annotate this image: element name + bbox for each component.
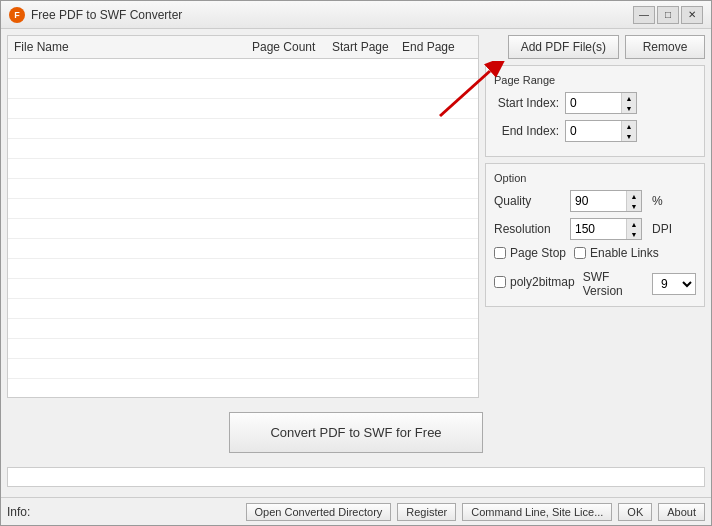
col-endpage: End Page (402, 40, 472, 54)
title-bar: F Free PDF to SWF Converter — □ ✕ (1, 1, 711, 29)
close-button[interactable]: ✕ (681, 6, 703, 24)
open-converted-dir-button[interactable]: Open Converted Directory (246, 503, 392, 521)
col-startpage: Start Page (332, 40, 402, 54)
table-row (8, 119, 478, 139)
enable-links-checkbox[interactable] (574, 247, 586, 259)
table-row (8, 59, 478, 79)
quality-input[interactable] (571, 192, 626, 210)
end-index-spinbox: ▲ ▼ (565, 120, 637, 142)
table-row (8, 279, 478, 299)
table-row (8, 359, 478, 379)
right-panel: Add PDF File(s) Remove Page Range (485, 35, 705, 398)
resolution-up[interactable]: ▲ (627, 219, 641, 229)
table-row (8, 199, 478, 219)
right-panel-buttons: Add PDF File(s) Remove (485, 35, 705, 59)
table-row (8, 179, 478, 199)
main-area: File Name Page Count Start Page End Page (7, 35, 705, 398)
table-row (8, 139, 478, 159)
about-button[interactable]: About (658, 503, 705, 521)
enable-links-row: Enable Links (574, 246, 659, 260)
file-list-panel: File Name Page Count Start Page End Page (7, 35, 479, 398)
title-bar-left: F Free PDF to SWF Converter (9, 7, 182, 23)
table-row (8, 99, 478, 119)
remove-button[interactable]: Remove (625, 35, 705, 59)
table-row (8, 159, 478, 179)
resolution-row: Resolution ▲ ▼ DPI (494, 218, 696, 240)
table-row (8, 319, 478, 339)
poly2bitmap-row: poly2bitmap (494, 275, 575, 289)
add-pdf-button[interactable]: Add PDF File(s) (508, 35, 619, 59)
page-stop-row: Page Stop (494, 246, 566, 260)
enable-links-label: Enable Links (590, 246, 659, 260)
page-stop-label: Page Stop (510, 246, 566, 260)
end-index-up[interactable]: ▲ (622, 121, 636, 131)
start-index-down[interactable]: ▼ (622, 103, 636, 113)
end-index-row: End Index: ▲ ▼ (494, 120, 696, 142)
table-row (8, 339, 478, 359)
window-title: Free PDF to SWF Converter (31, 8, 182, 22)
command-line-button[interactable]: Command Line, Site Lice... (462, 503, 612, 521)
minimize-button[interactable]: — (633, 6, 655, 24)
start-index-input[interactable] (566, 94, 621, 112)
quality-spinbox: ▲ ▼ (570, 190, 642, 212)
resolution-label: Resolution (494, 222, 564, 236)
resolution-input[interactable] (571, 220, 626, 238)
convert-button[interactable]: Convert PDF to SWF for Free (229, 412, 482, 453)
title-controls: — □ ✕ (633, 6, 703, 24)
start-index-up[interactable]: ▲ (622, 93, 636, 103)
resolution-spinbox: ▲ ▼ (570, 218, 642, 240)
col-pagecount: Page Count (252, 40, 332, 54)
resolution-down[interactable]: ▼ (627, 229, 641, 239)
start-index-spinbox: ▲ ▼ (565, 92, 637, 114)
status-bar: Info: Open Converted Directory Register … (1, 497, 711, 525)
start-index-spin-buttons: ▲ ▼ (621, 93, 636, 113)
table-row (8, 299, 478, 319)
swf-version-select[interactable]: 5 6 7 8 9 10 (652, 273, 696, 295)
swf-version-row: SWF Version 5 6 7 8 9 10 (583, 270, 696, 298)
register-button[interactable]: Register (397, 503, 456, 521)
page-stop-checkbox[interactable] (494, 247, 506, 259)
option-title: Option (494, 172, 696, 184)
resolution-unit: DPI (652, 222, 672, 236)
ok-button[interactable]: OK (618, 503, 652, 521)
progress-bar (7, 467, 705, 487)
col-filename: File Name (14, 40, 252, 54)
app-icon: F (9, 7, 25, 23)
status-info-label: Info: (7, 505, 57, 519)
app-icon-text: F (14, 10, 20, 20)
swf-version-label: SWF Version (583, 270, 646, 298)
poly2bitmap-label: poly2bitmap (510, 275, 575, 289)
table-row (8, 239, 478, 259)
table-row (8, 259, 478, 279)
quality-unit: % (652, 194, 663, 208)
table-row (8, 219, 478, 239)
main-window: F Free PDF to SWF Converter — □ ✕ File N… (0, 0, 712, 526)
page-range-title: Page Range (494, 74, 696, 86)
quality-label: Quality (494, 194, 564, 208)
page-range-section: Page Range Start Index: ▲ ▼ End Index: (485, 65, 705, 157)
quality-row: Quality ▲ ▼ % (494, 190, 696, 212)
table-row (8, 79, 478, 99)
end-index-down[interactable]: ▼ (622, 131, 636, 141)
file-list-header: File Name Page Count Start Page End Page (8, 36, 478, 59)
file-list-body (8, 59, 478, 397)
end-index-input[interactable] (566, 122, 621, 140)
option-section: Option Quality ▲ ▼ % Resolut (485, 163, 705, 307)
start-index-row: Start Index: ▲ ▼ (494, 92, 696, 114)
resolution-spin-buttons: ▲ ▼ (626, 219, 641, 239)
main-content: File Name Page Count Start Page End Page (1, 29, 711, 497)
maximize-button[interactable]: □ (657, 6, 679, 24)
convert-section: Convert PDF to SWF for Free (7, 402, 705, 463)
end-index-label: End Index: (494, 124, 559, 138)
start-index-label: Start Index: (494, 96, 559, 110)
quality-up[interactable]: ▲ (627, 191, 641, 201)
end-index-spin-buttons: ▲ ▼ (621, 121, 636, 141)
quality-spin-buttons: ▲ ▼ (626, 191, 641, 211)
poly2bitmap-checkbox[interactable] (494, 276, 506, 288)
quality-down[interactable]: ▼ (627, 201, 641, 211)
